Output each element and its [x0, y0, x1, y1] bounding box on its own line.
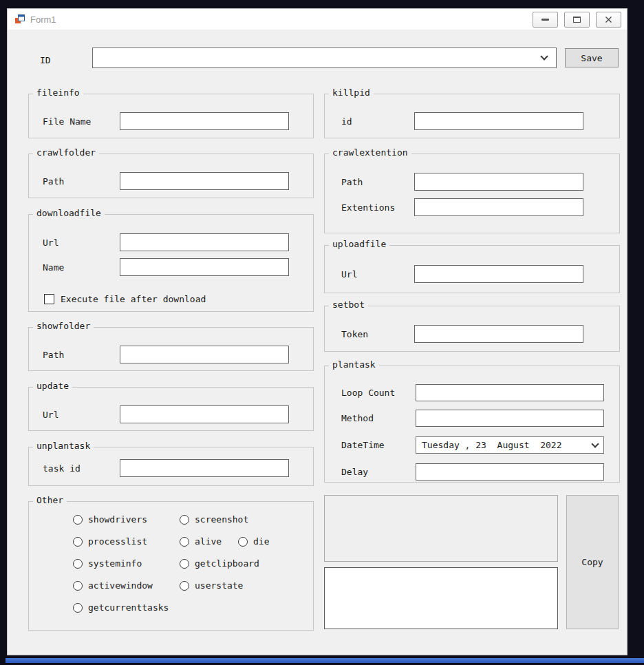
field-row: task id [29, 459, 313, 477]
execute-after-download-checkbox[interactable] [44, 294, 54, 304]
group-showfolder-title: showfolder [33, 321, 94, 331]
radio-row: processlist alive die [29, 536, 313, 547]
close-button[interactable] [596, 12, 621, 28]
update-url-input[interactable] [120, 405, 289, 423]
killpid-id-label: id [325, 116, 414, 127]
crawlextention-path-input[interactable] [414, 173, 583, 191]
downloadfile-url-label: Url [29, 237, 120, 248]
group-fileinfo-title: fileinfo [33, 87, 83, 98]
log-output-box[interactable] [324, 567, 558, 629]
setbot-token-input[interactable] [414, 325, 583, 343]
radio-getclipboard-label: getclipboard [195, 558, 259, 569]
unplantask-task-id-input[interactable] [120, 459, 289, 477]
group-unplantask: unplantask task id [28, 447, 314, 486]
file-name-input[interactable] [120, 112, 289, 130]
radio-getclipboard[interactable]: getclipboard [180, 558, 259, 569]
radio-icon [180, 581, 189, 591]
downloadfile-url-input[interactable] [120, 233, 289, 251]
save-button[interactable]: Save [565, 48, 619, 67]
window-title: Form1 [30, 14, 56, 25]
field-row: Path [325, 173, 619, 191]
execute-after-download-label: Execute file after download [61, 294, 206, 304]
form-client-area: ID Save fileinfo File Name crawlfolder P… [8, 30, 627, 655]
field-row: Method [325, 410, 619, 427]
group-plantask: plantask Loop Count Method DateTime Tues… [324, 366, 620, 483]
radio-row: activewindow userstate [29, 580, 313, 591]
id-combobox[interactable] [92, 48, 557, 68]
id-label: ID [40, 55, 51, 65]
plantask-method-input[interactable] [416, 410, 604, 427]
radio-getcurrenttasks-label: getcurrenttasks [88, 602, 169, 613]
app-icon [14, 14, 25, 25]
field-row: Delay [325, 463, 619, 481]
radio-activewindow[interactable]: activewindow [73, 580, 180, 591]
update-url-label: Url [29, 410, 120, 420]
field-row: Path [29, 172, 313, 190]
radio-icon [73, 559, 83, 569]
radio-getcurrenttasks[interactable]: getcurrenttasks [73, 602, 169, 613]
group-downloadfile: downloadfile Url Name Execute file after… [28, 214, 314, 312]
group-other-title: Other [33, 495, 67, 505]
killpid-id-input[interactable] [414, 112, 583, 130]
radio-icon [180, 559, 189, 569]
result-output-box[interactable] [324, 495, 558, 562]
field-row: Token [325, 325, 619, 343]
radio-icon [73, 581, 83, 591]
datetime-picker[interactable]: Tuesday , 23 August 2022 [416, 436, 604, 454]
plantask-method-label: Method [325, 413, 416, 423]
minimize-icon [541, 19, 549, 21]
radio-icon [73, 515, 83, 525]
plantask-delay-input[interactable] [416, 463, 604, 481]
titlebar[interactable]: Form1 [8, 9, 627, 30]
plantask-delay-label: Delay [325, 467, 416, 477]
close-icon [605, 16, 612, 23]
radio-icon [180, 515, 189, 525]
radio-row: getcurrenttasks [29, 602, 313, 613]
group-uploadfile-title: uploadfile [329, 239, 389, 249]
chevron-down-icon [591, 440, 599, 447]
radio-showdrivers-label: showdrivers [88, 514, 147, 525]
maximize-button[interactable] [564, 12, 590, 28]
radio-die-label: die [253, 536, 269, 547]
crawlextention-extentions-label: Extentions [325, 202, 414, 213]
unplantask-task-id-label: task id [29, 463, 120, 474]
plantask-datetime-label: DateTime [325, 440, 416, 450]
crawlfolder-path-label: Path [29, 176, 120, 187]
radio-showdrivers[interactable]: showdrivers [73, 514, 180, 525]
radio-processlist[interactable]: processlist [73, 536, 180, 547]
taskbar-accent-strip [6, 658, 644, 663]
group-crawlfolder: crawlfolder Path [28, 154, 314, 198]
field-row: Extentions [325, 198, 619, 216]
radio-icon [73, 603, 83, 613]
radio-systeminfo-label: systeminfo [88, 558, 142, 569]
downloadfile-name-input[interactable] [120, 258, 289, 276]
window-controls [533, 12, 624, 28]
group-update-title: update [33, 381, 72, 391]
maximize-icon [573, 17, 581, 23]
radio-userstate[interactable]: userstate [180, 580, 243, 591]
field-row: Name [29, 258, 313, 276]
minimize-button[interactable] [533, 12, 558, 28]
group-killpid-title: killpid [329, 87, 374, 98]
group-uploadfile: uploadfile Url [324, 245, 620, 293]
radio-alive[interactable]: alive [180, 536, 238, 547]
radio-screenshot-label: screenshot [195, 514, 248, 525]
group-other: Other showdrivers screenshot processlist [28, 501, 314, 631]
copy-button[interactable]: Copy [566, 495, 619, 629]
field-row: Url [29, 405, 313, 423]
group-downloadfile-title: downloadfile [33, 208, 105, 218]
field-row: Loop Count [325, 384, 619, 401]
plantask-loop-count-input[interactable] [416, 384, 604, 401]
crawlfolder-path-input[interactable] [120, 172, 289, 190]
radio-systeminfo[interactable]: systeminfo [73, 558, 180, 569]
radio-screenshot[interactable]: screenshot [180, 514, 248, 525]
group-crawlextention: crawlextention Path Extentions [324, 154, 620, 233]
datetime-picker-value: Tuesday , 23 August 2022 [422, 440, 562, 450]
radio-die[interactable]: die [238, 536, 269, 547]
crawlextention-extentions-input[interactable] [414, 198, 583, 216]
uploadfile-url-input[interactable] [414, 265, 583, 283]
showfolder-path-input[interactable] [120, 346, 289, 363]
field-row: DateTime Tuesday , 23 August 2022 [325, 436, 619, 454]
field-row: File Name [29, 112, 313, 130]
group-showfolder: showfolder Path [28, 327, 314, 371]
